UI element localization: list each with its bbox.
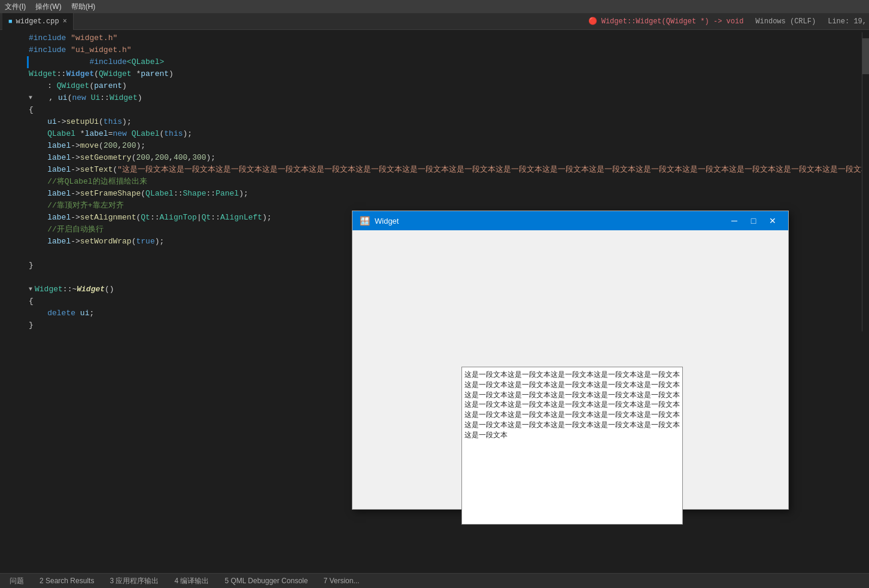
- ln-19: [0, 248, 19, 260]
- menu-help[interactable]: 帮助(H): [71, 2, 96, 12]
- vertical-scrollbar[interactable]: [862, 32, 869, 331]
- code-line-15: //靠顶对齐+靠左对齐: [29, 200, 862, 212]
- ln-3: [0, 56, 19, 68]
- tab-info: 🔴 Widget::Widget(QWidget *) -> void Wind…: [588, 17, 867, 26]
- scrollbar-thumb[interactable]: [862, 38, 869, 74]
- menu-file[interactable]: 文件(I): [5, 2, 26, 12]
- code-line-7: {: [29, 104, 862, 116]
- window-controls: ─ □ ✕: [726, 212, 781, 229]
- code-content: //开启自动换行: [29, 224, 104, 236]
- code-line-4: Widget::Widget(QWidget *parent): [29, 68, 862, 80]
- code-content: QLabel *label=new QLabel(this);: [29, 128, 192, 140]
- code-line-1: #include "widget.h": [29, 32, 862, 44]
- widget-window-title: Widget: [375, 217, 726, 226]
- code-line-3: #include<QLabel>: [27, 56, 862, 68]
- code-content: //靠顶对齐+靠左对齐: [29, 200, 124, 212]
- bottom-tab-qml-debugger[interactable]: 5 QML Debugger Console: [217, 574, 315, 587]
- code-content: {: [29, 104, 34, 116]
- encoding-indicator: Windows (CRLF): [755, 17, 816, 26]
- code-content: , ui(new Ui::Widget): [35, 92, 142, 104]
- ln-22: [0, 284, 19, 295]
- ln-8: [0, 116, 19, 128]
- maximize-button[interactable]: □: [745, 212, 762, 229]
- tab-widget-cpp[interactable]: ■ widget.cpp ×: [2, 13, 74, 30]
- code-line-5: : QWidget(parent): [29, 80, 862, 92]
- ln-16: [0, 212, 19, 224]
- code-line-2: #include "ui_widget.h": [29, 44, 862, 56]
- widget-window: 🪟 Widget ─ □ ✕ 这是一段文本这是一段文本这是一段文本这是一段文本这…: [352, 211, 789, 510]
- code-content: : QWidget(parent): [29, 80, 127, 92]
- code-line-8: ui->setupUi(this);: [29, 116, 862, 128]
- code-content: label->setGeometry(200,200,400,300);: [29, 152, 215, 164]
- breadcrumb: 🔴 Widget::Widget(QWidget *) -> void: [588, 17, 744, 26]
- ln-9: [0, 128, 19, 140]
- code-content: delete ui;: [29, 307, 94, 319]
- ln-21: [0, 272, 19, 284]
- code-content: [29, 272, 34, 284]
- code-content: label->move(200,200);: [29, 140, 145, 152]
- widget-window-icon: 🪟: [360, 216, 370, 226]
- code-line-6: ▼ , ui(new Ui::Widget): [29, 92, 862, 104]
- qlabel-widget: 这是一段文本这是一段文本这是一段文本这是一段文本这是一段文本这是一段文本这是一段…: [461, 367, 683, 525]
- cpp-file-icon: ■: [8, 18, 13, 25]
- collapse-arrow-6[interactable]: ▼: [29, 92, 32, 104]
- ln-12: [0, 164, 19, 176]
- minimize-button[interactable]: ─: [726, 212, 743, 229]
- line-numbers: [0, 32, 24, 331]
- ln-4: [0, 68, 19, 80]
- code-content: label->setFrameShape(QLabel::Shape::Pane…: [29, 188, 248, 200]
- code-content: label->setWordWrap(true);: [29, 236, 164, 248]
- ln-2: [0, 44, 19, 56]
- code-content: }: [29, 319, 34, 331]
- menu-edit[interactable]: 操作(W): [35, 2, 61, 12]
- code-content: Widget::Widget(QWidget *parent): [29, 68, 174, 80]
- tab-close-btn[interactable]: ×: [63, 17, 67, 26]
- ide-container: 文件(I) 操作(W) 帮助(H) ■ widget.cpp × 🔴 Widge…: [0, 0, 869, 588]
- code-content: {: [29, 295, 34, 307]
- bottom-tabs: 问题 2 Search Results 3 应用程序输出 4 编译输出 5 QM…: [0, 573, 869, 588]
- ln-13: [0, 176, 19, 188]
- code-line-13: //将QLabel的边框描绘出来: [29, 176, 862, 188]
- code-content: [29, 248, 34, 260]
- ln-17: [0, 224, 19, 236]
- ln-20: [0, 260, 19, 272]
- code-content: }: [29, 260, 34, 272]
- bottom-tab-compile-output[interactable]: 4 编译输出: [167, 574, 216, 587]
- ln-1: [0, 32, 19, 44]
- ln-11: [0, 152, 19, 164]
- editor-area: #include "widget.h" #include "ui_widget.…: [0, 30, 869, 573]
- code-line-14: label->setFrameShape(QLabel::Shape::Pane…: [29, 188, 862, 200]
- code-content: ui->setupUi(this);: [29, 116, 132, 128]
- ln-25: [0, 319, 19, 331]
- bottom-tab-search-results[interactable]: 2 Search Results: [32, 574, 101, 587]
- collapse-arrow-22[interactable]: ▼: [29, 284, 32, 295]
- close-button[interactable]: ✕: [764, 212, 781, 229]
- ln-14: [0, 188, 19, 200]
- ln-15: [0, 200, 19, 212]
- code-line-10: label->move(200,200);: [29, 140, 862, 152]
- code-content: //将QLabel的边框描绘出来: [29, 176, 147, 188]
- bottom-tab-app-output[interactable]: 3 应用程序输出: [102, 574, 166, 587]
- widget-content: 这是一段文本这是一段文本这是一段文本这是一段文本这是一段文本这是一段文本这是一段…: [353, 230, 788, 509]
- menu-bar: 文件(I) 操作(W) 帮助(H): [0, 0, 869, 13]
- tab-bar: ■ widget.cpp × 🔴 Widget::Widget(QWidget …: [0, 13, 869, 30]
- ln-18: [0, 236, 19, 248]
- ln-5: [0, 80, 19, 92]
- code-content: #include "widget.h": [29, 32, 117, 44]
- bottom-tab-version[interactable]: 7 Version...: [316, 574, 366, 587]
- code-line-9: QLabel *label=new QLabel(this);: [29, 128, 862, 140]
- line-indicator: Line: 19,: [828, 17, 867, 26]
- bottom-tab-problems[interactable]: 问题: [2, 574, 31, 587]
- widget-titlebar: 🪟 Widget ─ □ ✕: [353, 211, 788, 230]
- code-line-11: label->setGeometry(200,200,400,300);: [29, 152, 862, 164]
- ln-7: [0, 104, 19, 116]
- tab-label: widget.cpp: [16, 17, 59, 26]
- code-content: label->setText("这是一段文本这是一段文本这是一段文本这是一段文本…: [29, 164, 862, 176]
- ln-6: [0, 92, 19, 104]
- code-content: Widget::~Widget(): [35, 284, 114, 295]
- code-line-12: label->setText("这是一段文本这是一段文本这是一段文本这是一段文本…: [29, 164, 862, 176]
- ln-24: [0, 307, 19, 319]
- code-content: #include<QLabel>: [89, 56, 164, 68]
- ln-23: [0, 295, 19, 307]
- ln-10: [0, 140, 19, 152]
